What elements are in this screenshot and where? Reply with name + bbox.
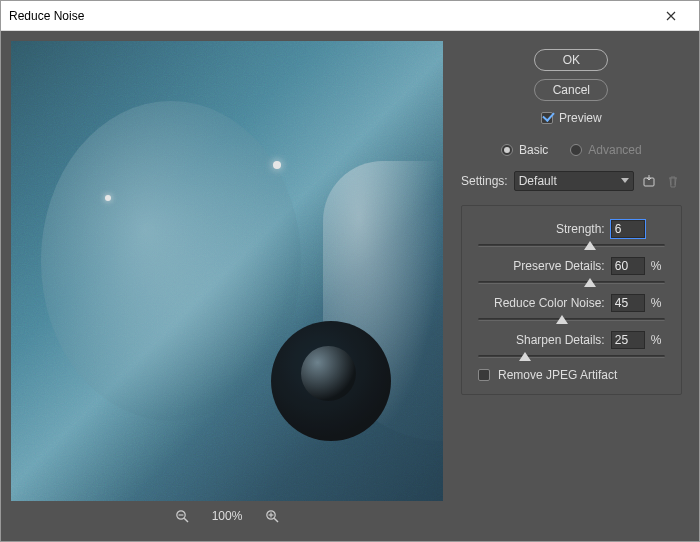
preview-image[interactable]	[11, 41, 443, 501]
trash-icon	[666, 174, 680, 188]
window-title: Reduce Noise	[9, 9, 651, 23]
delete-preset-button[interactable]	[664, 172, 682, 190]
preserve-details-label: Preserve Details:	[513, 259, 604, 273]
ok-button[interactable]: OK	[534, 49, 608, 71]
preserve-details-thumb[interactable]	[584, 278, 596, 287]
chevron-down-icon	[621, 178, 629, 183]
sharpen-details-input[interactable]	[611, 331, 645, 349]
reduce-color-noise-label: Reduce Color Noise:	[494, 296, 605, 310]
sharpen-details-unit: %	[651, 333, 665, 347]
reduce-color-noise-thumb[interactable]	[556, 315, 568, 324]
svg-line-1	[184, 518, 188, 522]
save-preset-icon	[641, 173, 657, 189]
close-icon	[666, 11, 676, 21]
sharpen-details-slider-block: Sharpen Details: %	[478, 331, 665, 358]
cancel-button[interactable]: Cancel	[534, 79, 608, 101]
advanced-radio[interactable]	[570, 144, 582, 156]
strength-input[interactable]	[611, 220, 645, 238]
sharpen-details-slider[interactable]	[478, 355, 665, 358]
zoom-out-button[interactable]	[174, 508, 190, 524]
sharpen-details-label: Sharpen Details:	[516, 333, 605, 347]
titlebar: Reduce Noise	[1, 1, 699, 31]
close-button[interactable]	[651, 2, 691, 30]
preserve-details-input[interactable]	[611, 257, 645, 275]
strength-label: Strength:	[556, 222, 605, 236]
mode-radio-group: Basic Advanced	[461, 143, 682, 157]
basic-radio-label: Basic	[519, 143, 548, 157]
save-preset-button[interactable]	[640, 172, 658, 190]
preview-label: Preview	[559, 111, 602, 125]
dialog-buttons: OK Cancel	[461, 49, 682, 101]
remove-jpeg-label: Remove JPEG Artifact	[498, 368, 617, 382]
preserve-details-slider-block: Preserve Details: %	[478, 257, 665, 284]
svg-line-4	[275, 518, 279, 522]
strength-slider-block: Strength:	[478, 220, 665, 247]
remove-jpeg-checkbox[interactable]	[478, 369, 490, 381]
strength-thumb[interactable]	[584, 241, 596, 250]
advanced-radio-option[interactable]: Advanced	[570, 143, 641, 157]
reduce-color-noise-slider[interactable]	[478, 318, 665, 321]
preview-toggle-row: Preview	[461, 111, 682, 125]
strength-slider[interactable]	[478, 244, 665, 247]
reduce-color-noise-slider-block: Reduce Color Noise: %	[478, 294, 665, 321]
advanced-radio-label: Advanced	[588, 143, 641, 157]
settings-value: Default	[519, 174, 557, 188]
zoom-in-icon	[265, 509, 279, 523]
settings-label: Settings:	[461, 174, 508, 188]
preview-checkbox[interactable]	[541, 112, 553, 124]
sharpen-details-thumb[interactable]	[519, 352, 531, 361]
zoom-controls: 100%	[11, 501, 443, 531]
basic-radio-option[interactable]: Basic	[501, 143, 548, 157]
preserve-details-unit: %	[651, 259, 665, 273]
reduce-color-noise-unit: %	[651, 296, 665, 310]
remove-jpeg-row: Remove JPEG Artifact	[478, 368, 665, 382]
preview-column: 100%	[11, 41, 443, 535]
preserve-details-slider[interactable]	[478, 281, 665, 284]
dialog-body: 100% OK Cancel Preview Basic	[1, 31, 699, 541]
zoom-in-button[interactable]	[264, 508, 280, 524]
zoom-level: 100%	[212, 509, 243, 523]
zoom-out-icon	[175, 509, 189, 523]
controls-panel: OK Cancel Preview Basic Advanced Setting…	[443, 41, 690, 535]
settings-row: Settings: Default	[461, 171, 682, 191]
reduce-noise-dialog: Reduce Noise 100% OK Cancel	[0, 0, 700, 542]
settings-select[interactable]: Default	[514, 171, 634, 191]
basic-radio[interactable]	[501, 144, 513, 156]
sliders-group: Strength: Preserve Details: %	[461, 205, 682, 395]
reduce-color-noise-input[interactable]	[611, 294, 645, 312]
